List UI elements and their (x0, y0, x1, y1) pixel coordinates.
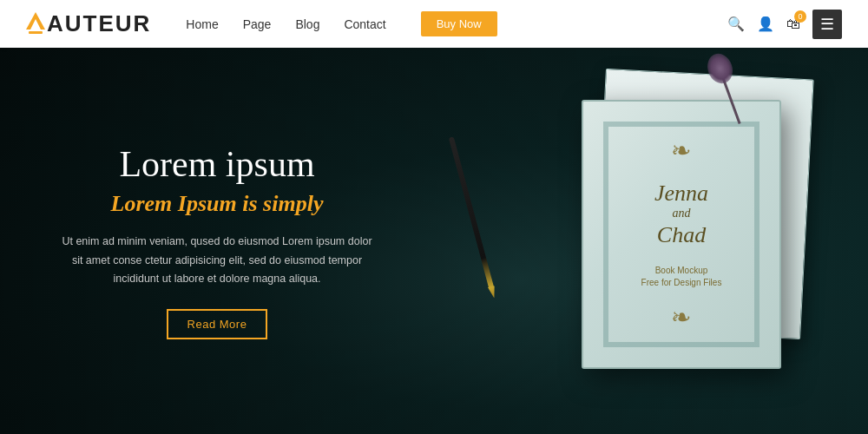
nav-item-page[interactable]: Page (243, 16, 272, 32)
pen-decoration (449, 136, 494, 288)
hero-content: Lorem ipsum Lorem Ipsum is simply Ut eni… (0, 48, 434, 434)
book-subtitle-line2: Free for Design Files (641, 277, 722, 289)
hero-description: Ut enim ad minim veniam, qused do eiusmo… (61, 233, 373, 288)
search-icon[interactable]: 🔍 (727, 16, 745, 32)
logo[interactable]: AUTEUR (26, 10, 151, 37)
buy-now-button[interactable]: Buy Now (421, 11, 497, 36)
book-title-line3: Chad (654, 221, 708, 248)
user-icon[interactable]: 👤 (757, 16, 774, 32)
book-inner: ❧ Jenna and Chad Book Mockup Free for De… (603, 122, 760, 347)
logo-icon (26, 12, 45, 36)
navbar-left: AUTEUR Home Page Blog Contact Buy Now (26, 10, 497, 37)
read-more-button[interactable]: Read More (167, 309, 268, 339)
nav-item-home[interactable]: Home (186, 16, 218, 32)
book-subtitle-line1: Book Mockup (641, 265, 722, 277)
svg-rect-1 (29, 31, 43, 34)
book-title-line2: and (654, 207, 708, 221)
nav-item-blog[interactable]: Blog (295, 16, 319, 32)
hamburger-button[interactable]: ☰ (812, 10, 842, 39)
logo-text: AUTEUR (47, 10, 151, 37)
book-ornament-bottom: ❧ (671, 306, 691, 330)
svg-marker-0 (26, 12, 45, 30)
cart-badge: 0 (794, 10, 806, 23)
book-title-line1: Jenna (654, 180, 708, 207)
hero-heading: Lorem ipsum (119, 142, 314, 186)
navbar-right: 🔍 👤 🛍 0 ☰ (727, 10, 842, 39)
book-scene: ❧ Jenna and Chad Book Mockup Free for De… (399, 65, 816, 430)
book-main: ❧ Jenna and Chad Book Mockup Free for De… (582, 100, 781, 369)
nav-links: Home Page Blog Contact (186, 16, 385, 32)
book-title: Jenna and Chad (654, 180, 708, 248)
book-ornament-top: ❧ (671, 139, 691, 163)
book-subtitle: Book Mockup Free for Design Files (641, 265, 722, 289)
nav-item-contact[interactable]: Contact (344, 16, 385, 32)
hero-section: ❧ Jenna and Chad Book Mockup Free for De… (0, 48, 868, 434)
navbar: AUTEUR Home Page Blog Contact Buy Now 🔍 … (0, 0, 868, 48)
cart-icon[interactable]: 🛍 0 (786, 16, 800, 32)
hero-subheading: Lorem Ipsum is simply (111, 191, 324, 217)
